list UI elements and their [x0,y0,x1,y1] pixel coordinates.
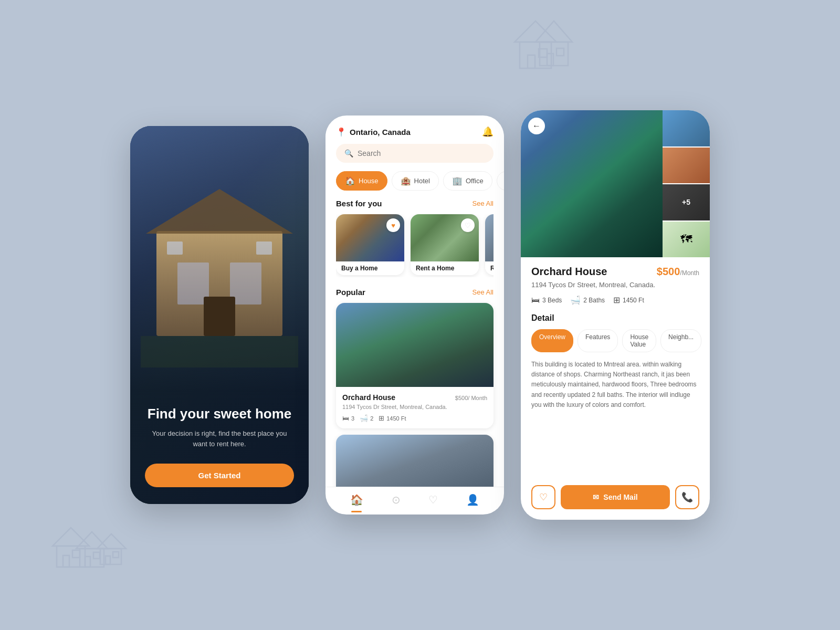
card-buy-home[interactable]: ♥ Buy a Home [336,214,404,275]
favorite-button[interactable]: ♡ [531,485,555,509]
notification-bell-icon[interactable]: 🔔 [482,126,494,138]
gallery-thumb-1[interactable] [663,110,710,146]
sqft-spec-icon: ⊞ [613,295,620,305]
card-heart-2-icon[interactable]: ♡ [461,218,475,232]
location-icon: 📍 [336,127,346,137]
search-input[interactable] [358,149,485,158]
tab-condo[interactable]: 🏗 Condo [497,171,504,191]
best-for-you-see-all[interactable]: See All [472,200,494,207]
detail-tab-neighborhood[interactable]: Neighb... [660,329,701,352]
splash-title: Find your sweet home [145,406,294,422]
sqft-icon: ⊞ [379,414,384,422]
hotel-tab-icon: 🏨 [401,176,411,186]
svg-rect-9 [57,546,85,567]
bath-spec-icon: 🛁 [570,295,581,305]
card-buy-home-image: ♥ [336,214,404,261]
detail-tab-features[interactable]: Features [578,329,618,352]
card-rent-home-2[interactable]: ♡ Rent a Home [485,214,494,275]
svg-rect-6 [547,54,553,66]
svg-rect-17 [100,549,121,564]
nav-favorites[interactable]: ♡ [428,494,438,506]
popular-see-all[interactable]: See All [472,288,494,296]
svg-rect-27 [141,336,298,368]
mail-icon: ✉ [593,493,599,501]
nav-profile-icon: 👤 [466,494,479,506]
nav-home[interactable]: 🏠 [350,494,363,506]
property-gallery: ← +5 🗺 [521,110,710,257]
best-for-you-section-header: Best for you See All [336,199,494,208]
svg-rect-11 [72,550,80,558]
svg-rect-24 [204,297,235,336]
popular-card-1-name: Orchard House [342,393,395,402]
popular-card-1-address: 1194 Tycos Dr Street, Montreal, Canada. [342,404,487,410]
bath-icon: 🛁 [360,414,368,422]
popular-card-1[interactable]: Orchard House $500/ Month 1194 Tycos Dr … [336,303,494,428]
gallery-thumbnails: +5 🗺 [663,110,710,257]
gallery-thumb-2[interactable] [663,148,710,184]
bed-spec-icon: 🛏 [531,296,540,305]
hero-house-image [130,126,309,399]
property-specs: 🛏 3 Beds 🛁 2 Baths ⊞ 1450 Ft [531,295,699,305]
popular-card-1-image [336,303,494,387]
svg-rect-15 [93,552,100,559]
sqft-meta: ⊞ 1450 Ft [379,414,406,422]
svg-marker-4 [536,21,572,42]
property-name: Orchard House [531,266,607,278]
popular-card-1-meta: 🛏 3 🛁 2 ⊞ 1450 Ft [342,414,487,422]
popular-card-2[interactable] [336,435,494,487]
phone-icon: 📞 [681,491,693,503]
tab-office[interactable]: 🏢 Office [443,171,492,191]
back-button[interactable]: ← [528,118,545,134]
detail-tab-value[interactable]: House Value [622,329,656,352]
svg-rect-3 [539,49,547,57]
property-title-row: Orchard House $500/Month [531,266,699,278]
property-address: 1194 Tycos Dr Street, Montreal, Canada. [531,281,699,289]
svg-rect-7 [556,48,564,56]
property-price: $500/Month [657,266,699,278]
popular-card-1-info: Orchard House $500/ Month 1194 Tycos Dr … [336,387,494,428]
beds-meta: 🛏 3 [342,414,354,422]
more-photos-badge: +5 [663,184,710,220]
gallery-thumb-map[interactable]: 🗺 [663,222,710,258]
call-button[interactable]: 📞 [675,485,699,509]
house-tab-icon: 🏠 [345,176,355,186]
get-started-button[interactable]: Get Started [145,464,294,487]
map-icon: 🗺 [680,233,692,246]
popular-card-1-price: $500/ Month [455,394,487,402]
p2-header: 📍 Ontario, Canada 🔔 [326,116,504,144]
splash-subtitle: Your decision is right, find the best pl… [145,428,294,449]
svg-rect-14 [85,556,90,567]
office-tab-icon: 🏢 [452,176,463,186]
p2-scrollable-content: Best for you See All ♥ Buy a Home ♡ Rent… [326,199,504,487]
spec-sqft: ⊞ 1450 Ft [613,295,644,305]
phone-2-listing: 📍 Ontario, Canada 🔔 🔍 🏠 House 🏨 Hotel 🏢 … [326,116,504,514]
bed-icon: 🛏 [342,414,349,422]
nav-search[interactable]: ⊙ [392,494,401,506]
svg-rect-1 [520,42,551,68]
svg-rect-26 [256,242,272,255]
tab-hotel[interactable]: 🏨 Hotel [392,171,439,191]
phone-1-splash: Find your sweet home Your decision is ri… [130,126,309,504]
svg-marker-12 [76,532,108,549]
svg-rect-19 [113,552,119,558]
svg-rect-18 [106,556,110,564]
svg-marker-21 [146,189,293,234]
property-actions: ♡ ✉ Send Mail 📞 [521,485,710,520]
gallery-main-image: ← [521,110,663,257]
best-for-you-cards: ♥ Buy a Home ♡ Rent a Home ♡ Rent a Home [336,214,494,277]
svg-rect-10 [63,555,69,567]
card-rent-home-1[interactable]: ♡ Rent a Home [411,214,479,275]
gallery-thumb-3[interactable]: +5 [663,184,710,220]
tab-house[interactable]: 🏠 House [336,171,387,191]
search-bar[interactable]: 🔍 [336,144,494,163]
svg-rect-5 [540,42,568,66]
detail-tab-overview[interactable]: Overview [531,329,573,352]
nav-search-icon: ⊙ [392,494,401,506]
spec-baths: 🛁 2 Baths [570,295,605,305]
nav-profile[interactable]: 👤 [466,494,479,506]
send-mail-button[interactable]: ✉ Send Mail [561,485,670,509]
card-heart-icon[interactable]: ♥ [386,218,400,232]
bottom-navigation: 🏠 ⊙ ♡ 👤 [326,487,504,514]
nav-home-icon: 🏠 [350,494,363,506]
baths-meta: 🛁 2 [360,414,373,422]
